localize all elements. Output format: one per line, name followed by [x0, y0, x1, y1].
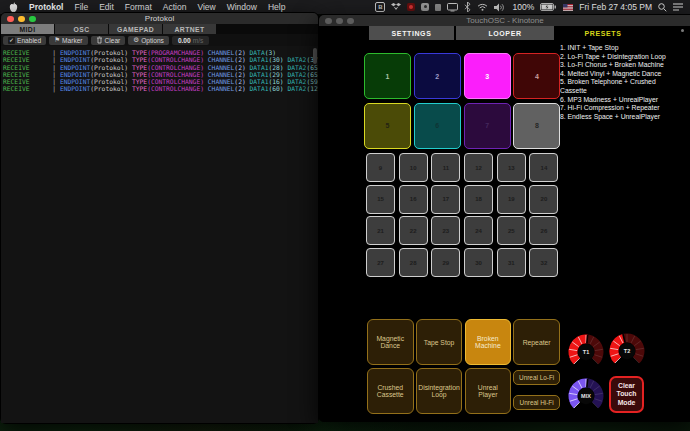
log-token: DATA: [250, 49, 265, 56]
menu-item-view[interactable]: View: [197, 2, 215, 12]
midi-log[interactable]: RECEIVE | ENDPOINT(Protokol) TYPE(PROGRA…: [1, 46, 318, 423]
close-button[interactable]: [325, 18, 332, 25]
tab-artnet[interactable]: ARTNET: [163, 24, 216, 34]
options-button[interactable]: ⚙ Options: [128, 36, 169, 45]
pad-7[interactable]: 7: [464, 103, 511, 149]
pad-30[interactable]: 30: [464, 248, 493, 277]
log-token: TYPE: [132, 71, 147, 78]
repeater-button[interactable]: Repeater: [513, 319, 560, 365]
enabled-checkbox[interactable]: ✓ Enabled: [3, 36, 46, 45]
tab-gamepad[interactable]: GAMEPAD: [109, 24, 162, 34]
tape-stop-button[interactable]: Tape Stop: [416, 319, 463, 365]
svg-text:MIX: MIX: [581, 393, 591, 399]
bluetooth-icon[interactable]: [464, 2, 471, 12]
unreal-player-button[interactable]: Unreal Player: [465, 368, 512, 414]
dropbox-icon[interactable]: [391, 3, 401, 11]
pad-6[interactable]: 6: [414, 103, 461, 149]
unreal-lo-fi-button[interactable]: Unreal Lo-Fi: [513, 370, 560, 385]
pad-22[interactable]: 22: [399, 216, 428, 245]
knob-t1[interactable]: T1: [566, 332, 606, 372]
pad-8[interactable]: 8: [513, 103, 560, 149]
tab-osc[interactable]: OSC: [55, 24, 108, 34]
settings-tab-button[interactable]: SETTINGS: [369, 26, 454, 40]
pad-4[interactable]: 4: [513, 53, 560, 99]
minimize-button[interactable]: [336, 18, 343, 25]
pad-17[interactable]: 17: [431, 185, 460, 214]
broken-machine-button[interactable]: Broken Machine: [465, 319, 512, 365]
clear-label: Clear: [105, 37, 121, 44]
display-icon[interactable]: [447, 3, 458, 12]
pad-19[interactable]: 19: [497, 185, 526, 214]
volume-icon[interactable]: [494, 3, 506, 12]
menu-item-action[interactable]: Action: [163, 2, 187, 12]
pad-14[interactable]: 14: [529, 153, 558, 182]
presets-tab-label[interactable]: PRESETS: [572, 26, 634, 40]
marker-button[interactable]: ⚑ Marker: [49, 36, 87, 45]
pad-27[interactable]: 27: [366, 248, 395, 277]
pad-5[interactable]: 5: [364, 103, 411, 149]
keychain-icon[interactable]: [435, 4, 441, 11]
knob-mix[interactable]: MIX: [566, 376, 606, 416]
log-token: DATA2: [287, 56, 306, 63]
pad-13[interactable]: 13: [497, 153, 526, 182]
log-line: RECEIVE | ENDPOINT(Protokol) TYPE(CONTRO…: [3, 78, 318, 85]
search-icon[interactable]: [658, 3, 667, 12]
log-token: |: [30, 78, 60, 85]
close-button[interactable]: [7, 16, 14, 23]
pad-20[interactable]: 20: [529, 185, 558, 214]
protokol-titlebar[interactable]: Protokol: [1, 13, 318, 24]
pad-24[interactable]: 24: [464, 216, 493, 245]
notification-center-icon[interactable]: [673, 3, 683, 11]
pad-15[interactable]: 15: [366, 185, 395, 214]
looper-tab-button[interactable]: LOOPER: [456, 26, 554, 40]
us-flag-icon[interactable]: [563, 4, 573, 11]
clear-button[interactable]: Clear: [91, 36, 126, 45]
pad-31[interactable]: 31: [497, 248, 526, 277]
red-app-icon[interactable]: [407, 3, 415, 11]
menu-item-window[interactable]: Window: [227, 2, 257, 12]
tab-midi[interactable]: MIDI: [1, 24, 54, 34]
zoom-button[interactable]: [347, 18, 354, 25]
pad-1[interactable]: 1: [364, 53, 411, 99]
magnetic-dance-button[interactable]: Magnetic Dance: [367, 319, 414, 365]
touchosc-titlebar[interactable]: TouchOSC - Kinotone: [319, 15, 690, 26]
menu-clock[interactable]: Fri Feb 27 4:05 PM: [579, 2, 652, 12]
wifi-icon[interactable]: [477, 3, 488, 11]
minimize-button[interactable]: [18, 16, 25, 23]
pad-2[interactable]: 2: [414, 53, 461, 99]
unreal-hi-fi-button[interactable]: Unreal Hi-Fi: [513, 395, 560, 410]
battery-icon[interactable]: [540, 3, 557, 11]
pad-10[interactable]: 10: [399, 153, 428, 182]
menu-item-format[interactable]: Format: [125, 2, 152, 12]
user-app-icon[interactable]: [421, 3, 429, 11]
pad-28[interactable]: 28: [399, 248, 428, 277]
knob-t2[interactable]: T2: [607, 331, 647, 371]
menu-item-edit[interactable]: Edit: [99, 2, 114, 12]
pad-29[interactable]: 29: [431, 248, 460, 277]
pad-12[interactable]: 12: [464, 153, 493, 182]
pad-18[interactable]: 18: [464, 185, 493, 214]
log-token: (3): [265, 49, 276, 56]
pad-26[interactable]: 26: [529, 216, 558, 245]
pad-3[interactable]: 3: [464, 53, 511, 99]
log-token: TYPE: [132, 64, 147, 71]
menu-left: Protokol FileEditFormatActionViewWindowH…: [0, 2, 285, 13]
pad-23[interactable]: 23: [431, 216, 460, 245]
menu-item-file[interactable]: File: [74, 2, 88, 12]
apple-icon[interactable]: [9, 2, 18, 13]
log-token: (2): [234, 64, 245, 71]
menu-item-help[interactable]: Help: [268, 2, 285, 12]
disintegration-loop-button[interactable]: Disintegration Loop: [416, 368, 463, 414]
crushed-cassette-button[interactable]: Crushed Cassette: [367, 368, 414, 414]
pad-16[interactable]: 16: [399, 185, 428, 214]
log-scrollbar[interactable]: [313, 48, 317, 64]
zoom-button[interactable]: [29, 16, 36, 23]
clear-touch-mode-button[interactable]: Clear Touch Mode: [609, 376, 644, 413]
pad-9[interactable]: 9: [366, 153, 395, 182]
pad-32[interactable]: 32: [529, 248, 558, 277]
pad-11[interactable]: 11: [431, 153, 460, 182]
pad-21[interactable]: 21: [366, 216, 395, 245]
menu-item-app[interactable]: Protokol: [29, 2, 63, 12]
bettertouchtool-icon[interactable]: B: [375, 2, 385, 12]
pad-25[interactable]: 25: [497, 216, 526, 245]
